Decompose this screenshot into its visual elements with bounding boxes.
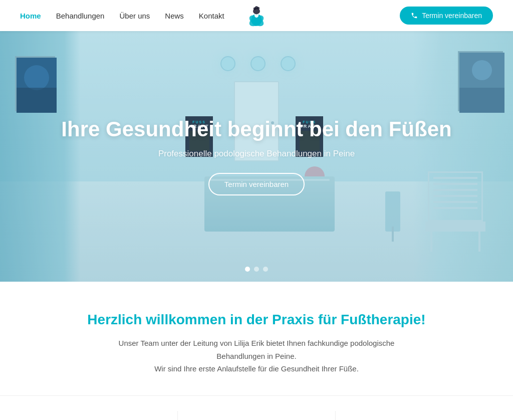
features-section — [0, 395, 513, 421]
site-logo[interactable] — [243, 3, 270, 29]
nav-news[interactable]: News — [165, 12, 184, 20]
welcome-title: Herzlich willkommen in der Praxis für Fu… — [20, 312, 493, 328]
nav-behandlungen[interactable]: Behandlungen — [56, 12, 105, 20]
nav-kontakt[interactable]: Kontakt — [199, 12, 224, 20]
nav-ueber-uns[interactable]: Über uns — [119, 12, 150, 20]
welcome-section: Herzlich willkommen in der Praxis für Fu… — [0, 282, 513, 395]
main-nav: Home Behandlungen Über uns News Kontakt — [20, 12, 224, 20]
hero-title: Ihre Gesundheit beginnt bei den Füßen — [61, 117, 451, 141]
feature-card-2 — [178, 411, 336, 421]
slider-dot-3[interactable] — [263, 267, 268, 272]
slider-dot-2[interactable] — [254, 267, 259, 272]
svg-point-7 — [253, 8, 260, 14]
site-header: Home Behandlungen Über uns News Kontakt … — [0, 0, 513, 31]
hero-subtitle: Professionelle podologische Behandlungen… — [158, 149, 355, 159]
logo-icon — [243, 3, 270, 29]
hero-cta-button[interactable]: Termin vereinbaren — [208, 173, 305, 195]
feature-card-1 — [20, 411, 178, 421]
nav-home[interactable]: Home — [20, 12, 41, 20]
hero-slider-dots — [245, 267, 268, 272]
header-cta-label: Termin vereinbaren — [422, 12, 482, 20]
welcome-text: Unser Team unter der Leitung von Lilija … — [106, 337, 407, 375]
hero-section: FUSS KRAFT FUSS KRAFT — [0, 31, 513, 282]
phone-icon — [411, 12, 418, 19]
hero-content: Ihre Gesundheit beginnt bei den Füßen Pr… — [0, 31, 513, 282]
header-cta-button[interactable]: Termin vereinbaren — [400, 7, 493, 25]
slider-dot-1[interactable] — [245, 267, 250, 272]
feature-card-3 — [336, 411, 493, 421]
